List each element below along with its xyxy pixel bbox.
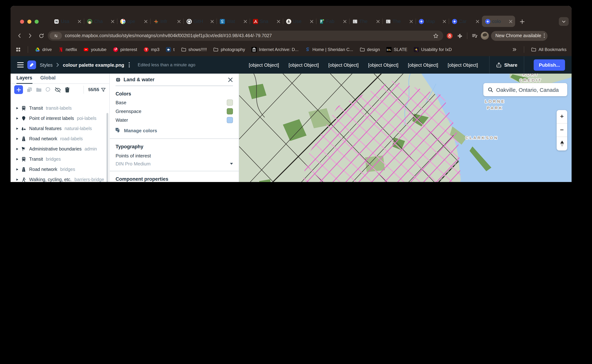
layer-row[interactable]: Transit transit-labels [12, 103, 108, 113]
profile-avatar[interactable] [481, 32, 489, 40]
tab-close-button[interactable] [508, 19, 513, 24]
apps-grid-icon[interactable] [16, 47, 21, 52]
tab-layers[interactable]: Layers [16, 74, 32, 84]
publish-button[interactable]: Publish... [534, 59, 565, 71]
expand-caret-icon[interactable] [16, 168, 18, 170]
bookmark-star-button[interactable] [432, 32, 440, 40]
header-nav-item[interactable]: [object Object] [363, 62, 403, 68]
bookmarks-overflow-icon[interactable] [512, 47, 517, 52]
browser-menu-icon[interactable] [544, 34, 545, 38]
bookmark-item[interactable]: mp3 [144, 47, 159, 52]
bookmark-item[interactable]: drive [35, 47, 52, 52]
tab-close-button[interactable] [376, 19, 380, 24]
zoom-window-button[interactable] [35, 20, 39, 24]
search-query[interactable]: Oakville, Ontario, Canada [496, 86, 559, 93]
reading-list-button[interactable] [471, 32, 479, 40]
expand-caret-icon[interactable] [16, 148, 18, 150]
expand-caret-icon[interactable] [16, 107, 18, 109]
bookmark-item[interactable]: pinterest [113, 47, 137, 52]
manage-colors-button[interactable]: Manage colors [116, 128, 233, 133]
tab-close-button[interactable] [442, 19, 447, 24]
bookmark-item[interactable]: photography [213, 47, 245, 52]
browser-tab[interactable]: GitH [183, 16, 217, 27]
expand-caret-icon[interactable] [16, 179, 18, 181]
menu-button[interactable] [17, 62, 24, 68]
browser-tab[interactable]: Cha [84, 16, 117, 27]
close-window-button[interactable] [20, 20, 24, 24]
compass-button[interactable] [557, 137, 567, 150]
share-button[interactable]: Share [489, 56, 524, 74]
expand-caret-icon[interactable] [16, 117, 18, 119]
expand-caret-icon[interactable] [16, 128, 18, 130]
layer-row[interactable]: Walking, cycling, etc. barriers-bridges [12, 175, 108, 182]
browser-tab[interactable]: ope [117, 16, 150, 27]
back-button[interactable] [15, 31, 24, 40]
browser-tab[interactable]: The [382, 16, 415, 27]
browser-tab[interactable]: Wat [217, 16, 250, 27]
color-row[interactable]: Base [116, 98, 233, 107]
layer-row[interactable]: Administrative boundaries admin [12, 144, 108, 154]
layer-row[interactable]: Point of interest labels poi-labels [12, 113, 108, 124]
header-nav-item[interactable]: [object Object] [284, 62, 323, 68]
breadcrumb[interactable]: Styles [40, 62, 53, 68]
color-row[interactable]: Greenspace [116, 107, 233, 116]
delete-layer-button[interactable] [64, 86, 70, 93]
add-layer-button[interactable] [14, 85, 23, 94]
extensions-button[interactable] [456, 32, 464, 40]
map-search-box[interactable]: Oakville, Ontario, Canada [483, 83, 567, 96]
browser-tab[interactable]: Car [449, 16, 482, 27]
tab-close-button[interactable] [309, 19, 314, 24]
layer-row[interactable]: Transit bridges [12, 154, 108, 164]
browser-tab[interactable]: Sna [250, 16, 283, 27]
all-bookmarks-button[interactable]: All Bookmarks [531, 47, 566, 52]
bookmark-item[interactable]: youtube [84, 47, 106, 52]
map-canvas[interactable]: PORTCREDITLORNEPARKCLARKSONOakvilleORCHA… [239, 74, 572, 182]
header-nav-item[interactable]: [object Object] [323, 62, 363, 68]
site-info-button[interactable] [50, 32, 62, 39]
forward-button[interactable] [26, 31, 35, 40]
tab-global[interactable]: Global [40, 74, 56, 84]
browser-tab[interactable]: Fab [316, 16, 349, 27]
header-nav-item[interactable]: [object Object] [244, 62, 284, 68]
color-row[interactable]: Water [116, 116, 233, 124]
tab-close-button[interactable] [77, 19, 82, 24]
header-nav-item[interactable]: [object Object] [443, 62, 483, 68]
tab-close-button[interactable] [409, 19, 413, 24]
tab-close-button[interactable] [475, 19, 480, 24]
minimize-window-button[interactable] [27, 20, 31, 24]
color-swatch[interactable] [227, 99, 233, 105]
poi-font-select[interactable]: DIN Pro Medium [116, 161, 233, 167]
chrome-update-chip[interactable]: New Chrome available [491, 31, 548, 41]
duplicate-layer-button[interactable] [26, 86, 33, 93]
url-text[interactable]: console.mapbox.com/studio/styles/monatgn… [65, 33, 429, 38]
new-tab-button[interactable] [517, 17, 527, 26]
browser-tab[interactable]: Usa [51, 16, 84, 27]
color-swatch[interactable] [227, 117, 233, 123]
bookmark-item[interactable]: design [360, 47, 380, 52]
bookmark-item[interactable]: Internet Archive: D... [251, 47, 298, 52]
color-swatch[interactable] [227, 108, 233, 114]
browser-tab[interactable]: The [349, 16, 382, 27]
adblock-extension-button[interactable] [446, 32, 454, 40]
browser-tab[interactable]: Map [415, 16, 449, 27]
tab-close-button[interactable] [144, 19, 148, 24]
select-feature-button[interactable] [45, 86, 51, 93]
layer-filter-button[interactable]: 55/55 [84, 86, 106, 94]
browser-tab[interactable]: colo [482, 16, 515, 27]
layer-row[interactable]: Natural features natural-labels [12, 124, 108, 134]
bookmark-item[interactable]: Home | Sheridan C... [305, 47, 353, 52]
zoom-in-button[interactable]: + [557, 110, 567, 124]
reload-button[interactable] [37, 31, 46, 40]
style-logo[interactable] [27, 60, 36, 69]
header-nav-item[interactable]: [object Object] [403, 62, 443, 68]
bookmark-item[interactable]: t [166, 47, 175, 52]
layers-scrollbar[interactable] [106, 113, 108, 182]
address-bar[interactable]: console.mapbox.com/studio/styles/monatgn… [48, 31, 443, 41]
tab-close-button[interactable] [210, 19, 214, 24]
bookmark-item[interactable]: netflix [58, 47, 77, 52]
expand-caret-icon[interactable] [16, 158, 18, 160]
expand-caret-icon[interactable] [16, 138, 18, 140]
tab-close-button[interactable] [276, 19, 281, 24]
close-panel-button[interactable] [228, 77, 233, 82]
bookmark-item[interactable]: Usability for IxD [414, 47, 452, 52]
